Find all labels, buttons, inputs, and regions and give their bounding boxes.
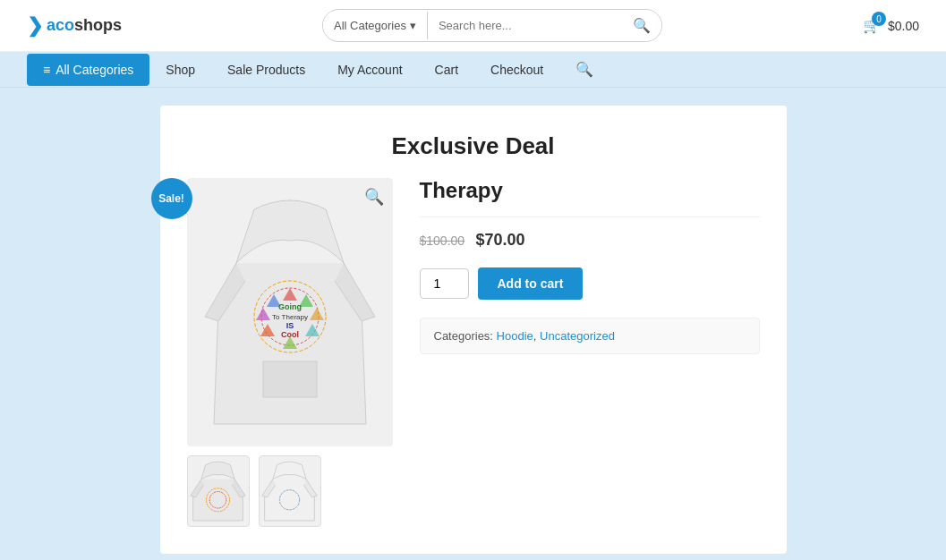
search-bar: All Categories ▾ 🔍 [322,9,662,42]
nav-label-shop: Shop [166,63,195,77]
svg-text:IS: IS [286,321,294,330]
product-details: Therapy $100.00 $70.00 Add to cart Categ… [420,178,760,527]
search-input[interactable] [428,12,622,39]
search-button[interactable]: 🔍 [622,10,661,41]
nav-item-checkout[interactable]: Checkout [474,54,559,86]
nav-item-sale-products[interactable]: Sale Products [211,54,321,86]
thumbnail-2[interactable] [259,455,321,527]
nav-search-icon[interactable]: 🔍 [559,52,609,87]
search-category-label: All Categories [334,19,406,32]
nav-label-sale-products: Sale Products [227,63,305,77]
logo-aco: acoshops [47,16,122,35]
categories-row: Categories: Hoodie, Uncategorized [420,318,760,354]
svg-text:To Therapy: To Therapy [272,313,308,321]
svg-text:Going: Going [278,302,302,311]
sale-price: $70.00 [476,231,525,249]
nav-label-checkout: Checkout [490,63,543,77]
quantity-input[interactable] [420,268,469,299]
product-image-section: Sale! 🔍 [187,178,393,527]
nav-label-all-categories: All Categories [55,63,133,77]
logo-icon: ❯ [27,14,43,38]
price-section: $100.00 $70.00 [420,231,760,250]
product-content: Sale! 🔍 [187,178,760,527]
thumbnail-1[interactable] [187,455,250,527]
thumbnail-svg-2 [260,458,319,525]
category-uncategorized[interactable]: Uncategorized [540,329,615,343]
nav-label-my-account: My Account [337,63,402,77]
navigation: ≡ All Categories Shop Sale Products My A… [0,52,946,88]
hamburger-icon: ≡ [43,63,50,77]
thumbnails [187,455,393,527]
sale-badge: Sale! [151,178,192,219]
product-name: Therapy [420,178,760,217]
thumbnail-svg-1 [189,458,247,525]
product-card: Exclusive Deal Sale! 🔍 [160,106,787,554]
zoom-icon[interactable]: 🔍 [364,187,384,207]
add-to-cart-row: Add to cart [420,267,760,300]
cart-badge: 0 [872,12,886,26]
categories-label: Categories: [434,329,493,343]
svg-text:Cool: Cool [281,330,299,339]
main-product-image[interactable]: Going To Therapy IS Cool [187,178,393,446]
exclusive-deal-title: Exclusive Deal [187,132,760,160]
main-content: Exclusive Deal Sale! 🔍 [0,88,946,560]
nav-item-my-account[interactable]: My Account [321,54,418,86]
header: ❯ acoshops All Categories ▾ 🔍 🛒 0 $0.00 [0,0,946,52]
logo[interactable]: ❯ acoshops [27,14,122,38]
search-category-dropdown[interactable]: All Categories ▾ [323,12,428,39]
nav-label-cart: Cart [435,63,458,77]
cart-amount: $0.00 [888,19,919,33]
cart-area: 🛒 0 $0.00 [863,17,919,34]
hoodie-svg: Going To Therapy IS Cool [200,187,379,437]
original-price: $100.00 [420,233,465,248]
chevron-down-icon: ▾ [410,19,416,32]
category-hoodie[interactable]: Hoodie [497,329,533,343]
cart-icon-wrap[interactable]: 🛒 0 [863,17,881,34]
nav-item-shop[interactable]: Shop [149,54,211,86]
nav-item-all-categories[interactable]: ≡ All Categories [27,54,149,86]
nav-item-cart[interactable]: Cart [419,54,474,86]
add-to-cart-button[interactable]: Add to cart [478,267,584,300]
